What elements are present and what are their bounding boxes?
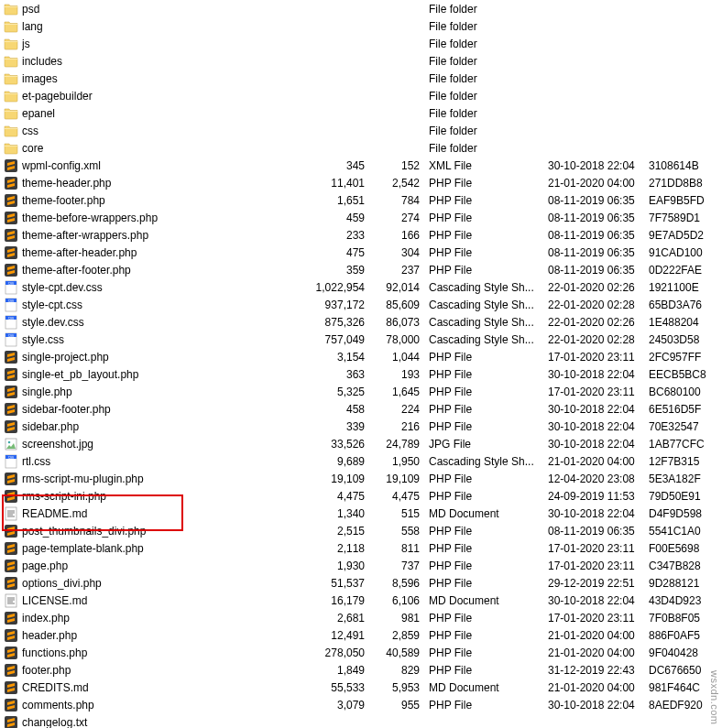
file-type: File folder bbox=[425, 20, 544, 33]
file-row[interactable]: post_thumbnails_divi.php2,515558PHP File… bbox=[0, 522, 722, 539]
file-row[interactable]: README.md1,340515MD Document30-10-2018 2… bbox=[0, 505, 722, 522]
file-size: 3,079 bbox=[315, 699, 370, 712]
file-hash: 1E488204 bbox=[645, 316, 722, 329]
file-packed-size: 237 bbox=[370, 264, 425, 277]
file-packed-size: 784 bbox=[370, 194, 425, 207]
file-modified: 08-11-2019 06:35 bbox=[544, 246, 645, 259]
file-modified: 30-10-2018 22:04 bbox=[544, 507, 645, 520]
file-size: 1,849 bbox=[315, 664, 370, 677]
sublime-icon bbox=[4, 472, 18, 486]
file-row[interactable]: page.php1,930737PHP File17-01-2020 23:11… bbox=[0, 557, 722, 574]
file-size: 4,475 bbox=[315, 490, 370, 503]
file-type: PHP File bbox=[425, 177, 544, 190]
file-row[interactable]: header.php12,4912,859PHP File21-01-2020 … bbox=[0, 626, 722, 644]
file-type: PHP File bbox=[425, 560, 544, 572]
css-icon: CSS bbox=[4, 298, 18, 312]
file-row[interactable]: et-pagebuilderFile folder bbox=[0, 87, 722, 104]
file-row[interactable]: functions.php278,05040,589PHP File21-01-… bbox=[0, 644, 722, 661]
file-row[interactable]: theme-footer.php1,651784PHP File08-11-20… bbox=[0, 191, 722, 209]
file-row[interactable]: coreFile folder bbox=[0, 139, 722, 157]
svg-rect-4 bbox=[5, 229, 17, 242]
sublime-icon bbox=[4, 611, 18, 625]
file-row[interactable]: rms-script-mu-plugin.php19,10919,109PHP … bbox=[0, 470, 722, 487]
file-row[interactable]: CSSstyle.dev.css875,32686,073Cascading S… bbox=[0, 313, 722, 331]
file-size: 19,109 bbox=[315, 473, 370, 485]
file-packed-size: 216 bbox=[370, 420, 425, 433]
file-modified: 22-01-2020 02:28 bbox=[544, 299, 645, 311]
folder-icon bbox=[4, 19, 18, 34]
file-row[interactable]: rms-script-ini.php4,4754,475PHP File24-0… bbox=[0, 487, 722, 505]
file-row[interactable]: theme-after-wrappers.php233166PHP File08… bbox=[0, 226, 722, 244]
file-row[interactable]: changelog.txt bbox=[0, 713, 722, 728]
file-row[interactable]: wpml-config.xml345152XML File30-10-2018 … bbox=[0, 157, 722, 174]
sublime-icon bbox=[4, 211, 18, 225]
file-modified: 17-01-2020 23:11 bbox=[544, 386, 645, 398]
file-row[interactable]: options_divi.php51,5378,596PHP File29-12… bbox=[0, 574, 722, 592]
file-modified: 29-12-2019 22:51 bbox=[544, 577, 645, 590]
svg-rect-34 bbox=[5, 560, 17, 572]
file-hash: BC680100 bbox=[645, 386, 722, 398]
file-type: PHP File bbox=[425, 194, 544, 207]
file-row[interactable]: page-template-blank.php2,118811PHP File1… bbox=[0, 539, 722, 557]
file-size: 359 bbox=[315, 264, 370, 277]
file-row[interactable]: LICENSE.md16,1796,106MD Document30-10-20… bbox=[0, 592, 722, 609]
file-row[interactable]: CSSrtl.css9,6891,950Cascading Style Sh..… bbox=[0, 452, 722, 470]
file-row[interactable]: psdFile folder bbox=[0, 0, 722, 17]
file-name: single-project.php bbox=[22, 351, 315, 364]
file-size: 278,050 bbox=[315, 647, 370, 659]
file-row[interactable]: jsFile folder bbox=[0, 35, 722, 52]
file-list: psdFile folderlangFile folderjsFile fold… bbox=[0, 0, 722, 728]
file-modified: 30-10-2018 22:04 bbox=[544, 420, 645, 433]
file-hash: 5541C1A0 bbox=[645, 525, 722, 538]
file-row[interactable]: footer.php1,849829PHP File31-12-2019 22:… bbox=[0, 661, 722, 679]
svg-text:CSS: CSS bbox=[8, 316, 14, 320]
file-name: includes bbox=[22, 55, 315, 68]
file-row[interactable]: CSSstyle-cpt.css937,17285,609Cascading S… bbox=[0, 296, 722, 313]
sublime-icon bbox=[4, 646, 18, 660]
sublime-icon bbox=[4, 385, 18, 399]
file-row[interactable]: CSSstyle.css757,04978,000Cascading Style… bbox=[0, 331, 722, 348]
file-row[interactable]: imagesFile folder bbox=[0, 70, 722, 87]
file-name: rms-script-ini.php bbox=[22, 490, 315, 503]
file-size: 345 bbox=[315, 159, 370, 172]
sublime-icon bbox=[4, 663, 18, 678]
file-row[interactable]: sidebar-footer.php458224PHP File30-10-20… bbox=[0, 400, 722, 418]
file-row[interactable]: comments.php3,079955PHP File30-10-2018 2… bbox=[0, 696, 722, 713]
file-packed-size: 1,044 bbox=[370, 351, 425, 364]
file-row[interactable]: single-et_pb_layout.php363193PHP File30-… bbox=[0, 365, 722, 383]
file-name: rms-script-mu-plugin.php bbox=[22, 473, 315, 485]
file-row[interactable]: CSSstyle-cpt.dev.css1,022,95492,014Casca… bbox=[0, 278, 722, 296]
file-row[interactable]: theme-after-header.php475304PHP File08-1… bbox=[0, 244, 722, 261]
file-row[interactable]: langFile folder bbox=[0, 17, 722, 35]
file-row[interactable]: theme-before-wrappers.php459274PHP File0… bbox=[0, 209, 722, 226]
folder-icon bbox=[4, 71, 18, 86]
file-row[interactable]: single-project.php3,1541,044PHP File17-0… bbox=[0, 348, 722, 365]
file-row[interactable]: CREDITS.md55,5335,953MD Document21-01-20… bbox=[0, 679, 722, 696]
file-type: PHP File bbox=[425, 386, 544, 398]
file-row[interactable]: cssFile folder bbox=[0, 122, 722, 139]
svg-rect-38 bbox=[5, 629, 17, 642]
file-packed-size: 5,953 bbox=[370, 681, 425, 694]
file-type: Cascading Style Sh... bbox=[425, 455, 544, 468]
file-row[interactable]: theme-header.php11,4012,542PHP File21-01… bbox=[0, 174, 722, 191]
file-row[interactable]: theme-after-footer.php359237PHP File08-1… bbox=[0, 261, 722, 278]
file-row[interactable]: single.php5,3251,645PHP File17-01-2020 2… bbox=[0, 383, 722, 400]
file-row[interactable]: sidebar.php339216PHP File30-10-2018 22:0… bbox=[0, 418, 722, 435]
svg-rect-30 bbox=[5, 490, 17, 503]
file-size: 2,118 bbox=[315, 542, 370, 555]
file-name: header.php bbox=[22, 629, 315, 642]
file-size: 1,930 bbox=[315, 560, 370, 572]
file-modified: 08-11-2019 06:35 bbox=[544, 229, 645, 242]
file-hash: F00E5698 bbox=[645, 542, 722, 555]
file-row[interactable]: includesFile folder bbox=[0, 52, 722, 70]
file-size: 875,326 bbox=[315, 316, 370, 329]
file-row[interactable]: screenshot.jpg33,52624,789JPG File30-10-… bbox=[0, 435, 722, 452]
file-name: psd bbox=[22, 3, 315, 16]
file-row[interactable]: index.php2,681981PHP File17-01-2020 23:1… bbox=[0, 609, 722, 626]
file-type: PHP File bbox=[425, 473, 544, 485]
file-modified: 22-01-2020 02:26 bbox=[544, 281, 645, 294]
file-name: epanel bbox=[22, 107, 315, 120]
watermark-text: wsxdn.com bbox=[709, 670, 720, 725]
svg-rect-33 bbox=[5, 542, 17, 555]
file-row[interactable]: epanelFile folder bbox=[0, 104, 722, 122]
